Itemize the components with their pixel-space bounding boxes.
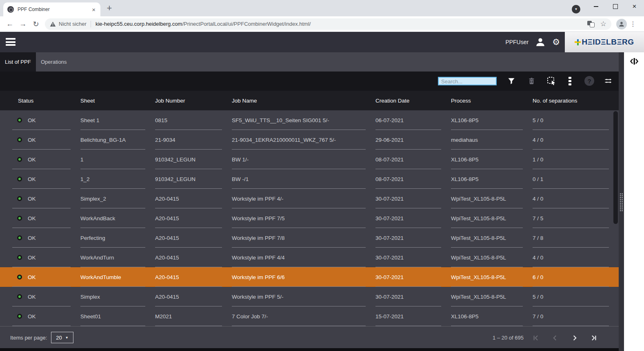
column-header-job-number[interactable]: Job Number xyxy=(155,98,232,104)
app-header: PPFUser ⚙ HΞIDΞLBΞRG xyxy=(0,32,644,52)
cell-sheet: 1 xyxy=(80,150,155,169)
status-label: OK xyxy=(28,215,36,221)
previous-page-icon[interactable] xyxy=(550,333,560,343)
url-bar[interactable]: Nicht sicher kie-heipc55.ceu.corp.heidel… xyxy=(45,18,611,30)
close-button[interactable]: × xyxy=(625,0,644,13)
items-per-page-value: 20 xyxy=(56,335,62,341)
settings-gear-icon[interactable]: ⚙ xyxy=(552,37,560,47)
cell-sheet: Sheet01 xyxy=(80,306,155,326)
expand-panel-icon[interactable] xyxy=(629,58,639,65)
cell-process: XL106-8P5 xyxy=(451,110,533,130)
status-ok-icon xyxy=(17,216,22,221)
panel-splitter[interactable] xyxy=(619,52,624,351)
cell-separations: 7 / 5 xyxy=(533,208,619,228)
bottom-strip xyxy=(0,348,619,351)
table-row[interactable]: OKWorkAndTurnA20-0415Workstyle im PPF 4/… xyxy=(0,248,619,267)
help-icon[interactable]: ? xyxy=(584,76,594,86)
cell-creation-date: 08-07-2021 xyxy=(375,150,451,169)
browser-tab[interactable]: PPF Combiner × xyxy=(3,2,100,16)
table-row[interactable]: OKPerfectingA20-0415Workstyle im PPF 7/8… xyxy=(0,228,619,248)
table-row[interactable]: OK1_2910342_LEGUNBW -/108-07-2021XL106-8… xyxy=(0,169,619,189)
browser-menu-icon[interactable]: ⋮ xyxy=(627,20,639,28)
vertical-scrollbar-thumb[interactable] xyxy=(613,111,618,224)
table-row[interactable]: OKWorkAndBackA20-0415Workstyle im PPF 7/… xyxy=(0,208,619,228)
items-per-page-select[interactable]: 20 ▼ xyxy=(51,332,73,343)
cell-process: WpiTest_XL105-8-P5L xyxy=(451,228,533,248)
user-account-icon[interactable] xyxy=(535,37,546,47)
select-mode-icon[interactable] xyxy=(546,76,556,86)
status-label: OK xyxy=(28,235,36,241)
status-label: OK xyxy=(28,137,36,143)
cell-process: XL106-8P5 xyxy=(451,150,533,169)
toolbar: ? xyxy=(0,72,619,91)
browser-update-icon[interactable]: ▼ xyxy=(572,5,580,13)
first-page-icon[interactable] xyxy=(531,333,541,343)
view-tabs: List of PPF Operations xyxy=(0,52,619,72)
cell-status: OK xyxy=(12,228,80,248)
cell-creation-date: 30-07-2021 xyxy=(375,267,451,287)
status-ok-icon xyxy=(17,235,22,240)
cell-status: OK xyxy=(12,208,80,228)
column-header-process[interactable]: Process xyxy=(451,98,533,104)
cell-process: XL106-8P5 xyxy=(451,169,533,189)
table-row[interactable]: OK1910342_LEGUNBW 1/-08-07-2021XL106-8P5… xyxy=(0,150,619,169)
cell-creation-date: 30-07-2021 xyxy=(375,208,451,228)
search-input[interactable] xyxy=(439,78,496,85)
status-ok-icon xyxy=(17,118,22,123)
browser-addressbar: ← → ↻ Nicht sicher kie-heipc55.ceu.corp.… xyxy=(0,16,644,32)
maximize-button[interactable] xyxy=(606,0,625,13)
cell-separations: 4 / 0 xyxy=(533,130,619,150)
column-header-job-name[interactable]: Job Name xyxy=(232,98,375,104)
next-page-icon[interactable] xyxy=(569,333,580,343)
cell-creation-date: 06-07-2021 xyxy=(375,110,451,130)
search-box xyxy=(438,77,497,85)
table-row-selected[interactable]: OKWorkAndTumbleA20-0415Workstyle im PPF … xyxy=(0,267,619,287)
bookmark-star-icon[interactable]: ☆ xyxy=(600,20,606,28)
column-header-status[interactable]: Status xyxy=(12,98,80,104)
status-ok-icon xyxy=(17,157,22,162)
column-header-sheet[interactable]: Sheet xyxy=(80,98,155,104)
filter-icon[interactable] xyxy=(506,76,516,86)
table-row[interactable]: OKBelichtung_BG-1A21-903421-9034_1EKRA21… xyxy=(0,130,619,150)
table-row[interactable]: OKSheet 10815SF5_WiiU_TTS__10_Seiten SIG… xyxy=(0,110,619,130)
tab-operations[interactable]: Operations xyxy=(36,52,72,72)
tab-close-icon[interactable]: × xyxy=(91,7,96,13)
back-icon[interactable]: ← xyxy=(3,20,16,28)
tab-list-of-ppf[interactable]: List of PPF xyxy=(0,52,36,72)
browser-tabstrip: PPF Combiner × + ▼ × xyxy=(0,0,644,16)
more-options-icon[interactable] xyxy=(565,76,575,86)
forward-icon[interactable]: → xyxy=(16,20,29,28)
translate-icon[interactable] xyxy=(587,21,595,27)
new-tab-button[interactable]: + xyxy=(104,3,114,13)
profile-person-icon xyxy=(618,21,625,27)
hamburger-menu-icon[interactable] xyxy=(6,38,16,46)
ppf-favicon-icon xyxy=(7,6,14,13)
cell-process: WpiTest_XL105-8-P5L xyxy=(451,248,533,267)
cell-status: OK xyxy=(12,150,80,169)
url-text: kie-heipc55.ceu.corp.heidelberg.com/Prin… xyxy=(95,21,311,27)
cell-status: OK xyxy=(12,189,80,208)
cell-job-name: Workstyle im PPF 5/- xyxy=(232,287,375,306)
settings-sliders-icon[interactable] xyxy=(603,76,613,86)
cell-job-number: 21-9034 xyxy=(155,130,232,150)
table-row[interactable]: OKSimplexA20-0415Workstyle im PPF 5/-30-… xyxy=(0,287,619,306)
delete-trash-icon[interactable] xyxy=(526,76,536,86)
cell-separations: 7 / 8 xyxy=(533,228,619,248)
splitter-drag-handle-icon[interactable] xyxy=(620,193,623,212)
column-header-no-of-separations[interactable]: No. of separations xyxy=(533,98,619,104)
cell-sheet: Simplex xyxy=(80,287,155,306)
browser-profile-avatar[interactable] xyxy=(616,19,627,29)
last-page-icon[interactable] xyxy=(588,333,599,343)
table-row[interactable]: OKSheet01M20217 Color Job 7/-15-07-2021X… xyxy=(0,306,619,326)
cell-creation-date: 30-07-2021 xyxy=(375,248,451,267)
minimize-button[interactable] xyxy=(586,0,606,13)
cell-sheet: 1_2 xyxy=(80,169,155,189)
window-controls: × xyxy=(586,0,644,16)
cell-status: OK xyxy=(12,110,80,130)
cell-job-name: Workstyle im PPF 7/5 xyxy=(232,208,375,228)
status-label: OK xyxy=(28,274,36,280)
reload-icon[interactable]: ↻ xyxy=(29,20,42,29)
column-header-creation-date[interactable]: Creation Date xyxy=(375,98,451,104)
table-row[interactable]: OKSimplex_2A20-0415Workstyle im PPF 4/-3… xyxy=(0,189,619,208)
status-ok-icon xyxy=(17,255,22,260)
